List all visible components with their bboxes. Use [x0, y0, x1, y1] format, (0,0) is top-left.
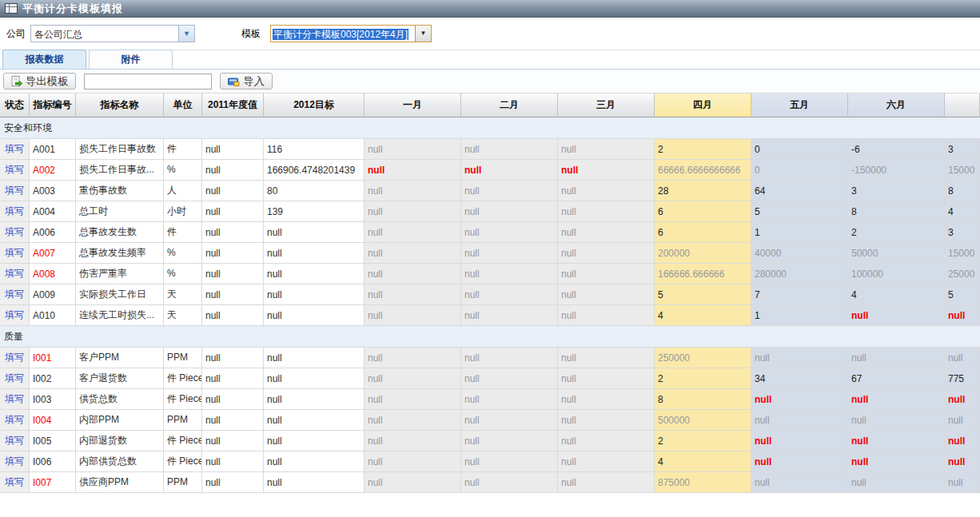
month-value: null [948, 310, 965, 321]
month-value: null [851, 435, 868, 447]
month-cell: 3 [945, 139, 980, 160]
indicator-name-cell: 伤害严重率 [76, 264, 164, 284]
month-cell: null [945, 451, 980, 472]
tab-attachment[interactable]: 附件 [89, 50, 173, 69]
month-cell: 2 [655, 431, 751, 451]
fill-link[interactable]: 填写 [5, 309, 24, 320]
indicator-name-cell: 客户PPM [76, 348, 164, 368]
template-combobox[interactable]: 平衡计分卡模板003[2012年4月] ▼ [270, 25, 432, 42]
target-2012-cell: null [264, 410, 365, 431]
indicator-code-cell: I005 [30, 431, 76, 451]
month-value: null [561, 415, 576, 426]
month-cell: null [461, 389, 558, 410]
status-cell: 填写 [0, 431, 30, 451]
column-header[interactable]: 指标编号 [30, 93, 76, 117]
status-cell: 填写 [0, 201, 30, 222]
month-value: 100000 [851, 268, 883, 280]
fill-link[interactable]: 填写 [5, 414, 24, 425]
target-2012-cell: null [264, 348, 365, 368]
target-2012-cell: 80 [264, 181, 365, 201]
month-value: null [368, 227, 383, 238]
fill-link[interactable]: 填写 [5, 455, 24, 467]
target-2012-cell: null [264, 472, 365, 493]
month-value: null [464, 248, 480, 259]
month-cell: null [461, 431, 558, 451]
window-titlebar: 平衡计分卡模板填报 [0, 0, 980, 18]
fill-link[interactable]: 填写 [5, 143, 24, 154]
month-value: -6 [851, 144, 860, 155]
month-cell: null [365, 264, 461, 284]
month-value: 3 [948, 227, 954, 238]
month-value: null [368, 144, 383, 155]
template-value: 平衡计分卡模板003[2012年4月] [273, 29, 408, 40]
tab-report-data[interactable]: 报表数据 [2, 50, 86, 69]
month-value: 66666.6666666666 [658, 165, 740, 176]
fill-link[interactable]: 填写 [5, 435, 24, 446]
fill-link[interactable]: 填写 [5, 268, 24, 279]
month-column-header[interactable] [945, 93, 980, 117]
fill-link[interactable]: 填写 [5, 205, 24, 217]
status-cell: 填写 [0, 389, 30, 410]
month-cell: 3 [848, 181, 945, 201]
company-combobox[interactable]: 各公司汇总 ▼ [30, 25, 195, 42]
month-cell: null [365, 348, 461, 368]
column-header[interactable]: 2012目标 [264, 93, 365, 117]
month-value: null [464, 185, 480, 197]
month-cell: 5 [751, 201, 848, 222]
fill-link[interactable]: 填写 [5, 372, 24, 384]
import-icon [228, 77, 240, 86]
month-value: null [561, 310, 576, 321]
section-label: 安全和环境 [0, 117, 980, 139]
month-value: null [368, 373, 383, 384]
month-value: null [561, 477, 576, 488]
month-value: null [948, 352, 963, 364]
indicator-name-cell: 供应商PPM [76, 472, 164, 493]
export-template-button[interactable]: 导出模板 [3, 73, 76, 89]
month-column-header[interactable]: 五月 [751, 93, 848, 117]
month-cell: null [365, 201, 461, 222]
column-header[interactable]: 指标名称 [76, 93, 164, 117]
month-cell: 2 [848, 222, 945, 243]
month-cell: null [848, 410, 945, 431]
chevron-down-icon[interactable]: ▼ [415, 26, 431, 42]
table-row: 填写I002客户退货数件 Piecesnullnullnullnullnull2… [0, 368, 980, 389]
month-column-header[interactable]: 六月 [848, 93, 945, 117]
target-2012-cell: null [264, 451, 365, 472]
import-file-input[interactable] [84, 74, 212, 89]
month-cell: null [461, 139, 558, 160]
month-cell: 280000 [751, 264, 848, 284]
import-button[interactable]: 导入 [220, 73, 273, 89]
column-header[interactable]: 单位 [164, 93, 202, 117]
fill-link[interactable]: 填写 [5, 393, 24, 404]
fill-link[interactable]: 填写 [5, 288, 24, 300]
fill-link[interactable]: 填写 [5, 185, 24, 196]
month-cell: null [365, 160, 461, 181]
unit-cell: 天 [164, 284, 202, 305]
month-column-header[interactable]: 四月 [655, 93, 751, 117]
month-cell: null [558, 368, 655, 389]
month-value: 67 [851, 373, 862, 384]
fill-link[interactable]: 填写 [5, 352, 24, 363]
chevron-down-icon[interactable]: ▼ [178, 26, 194, 42]
fill-link[interactable]: 填写 [5, 164, 24, 175]
month-cell: 250000 [655, 348, 751, 368]
column-header[interactable]: 状态 [0, 93, 30, 117]
fill-link[interactable]: 填写 [5, 476, 24, 487]
month-cell: null [558, 139, 655, 160]
month-cell: 200000 [655, 243, 751, 264]
month-column-header[interactable]: 一月 [365, 93, 461, 117]
month-column-header[interactable]: 三月 [558, 93, 655, 117]
month-value: 166666.666666 [658, 268, 724, 280]
month-cell: null [848, 389, 945, 410]
fill-link[interactable]: 填写 [5, 247, 24, 258]
column-header[interactable]: 2011年度值 [202, 93, 264, 117]
unit-cell: 件 Pieces [164, 431, 202, 451]
indicator-code-cell: A001 [30, 139, 76, 160]
fill-link[interactable]: 填写 [5, 226, 24, 237]
month-cell: null [461, 305, 558, 326]
year-2011-value-cell: null [202, 348, 264, 368]
month-cell: null [461, 222, 558, 243]
table-row: 填写A004总工时小时null139nullnullnull6584 [0, 201, 980, 222]
month-column-header[interactable]: 二月 [461, 93, 558, 117]
month-value: 8 [948, 185, 954, 197]
